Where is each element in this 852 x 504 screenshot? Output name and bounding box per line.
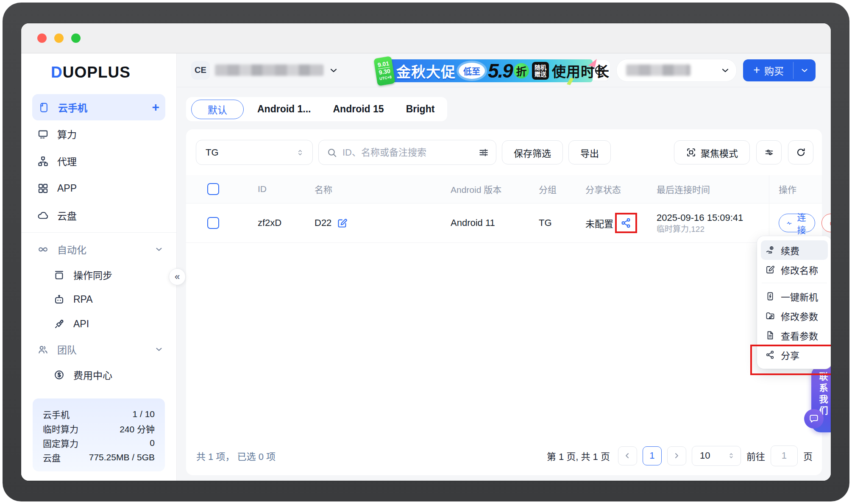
menu-item-label: 修改名称 — [781, 263, 818, 276]
sidebar-item-label: 费用中心 — [73, 368, 112, 382]
stat-row: 云手机1 / 10 — [43, 407, 155, 421]
goto-label: 前往 — [746, 449, 765, 462]
connect-icon — [786, 219, 792, 228]
stat-label: 固定算力 — [43, 437, 78, 449]
prev-page-button[interactable] — [618, 446, 637, 465]
sidebar-item-op-sync[interactable]: 操作同步 — [21, 262, 176, 287]
buy-split-button[interactable]: +购买 — [743, 59, 816, 81]
cell-id: zf2xD — [248, 217, 305, 228]
chevron-down-icon — [720, 65, 730, 75]
connect-button[interactable]: 连接 — [779, 214, 815, 232]
cell-last-connect: 2025-09-16 15:09:41 临时算力,122 — [648, 212, 769, 234]
column-actions: 操作 — [769, 175, 822, 203]
buy-button-main[interactable]: +购买 — [743, 59, 793, 81]
tab-android-15[interactable]: Android 15 — [322, 103, 395, 115]
focus-mode-button[interactable]: 聚焦模式 — [674, 140, 750, 164]
sidebar-item-compute[interactable]: 算力 — [21, 120, 176, 148]
tab-android-1x[interactable]: Android 1... — [246, 103, 322, 115]
sidebar-group-automation[interactable]: 自动化 — [21, 236, 176, 262]
sidebar-item-cloud-disk[interactable]: 云盘 — [21, 202, 176, 229]
shutdown-button[interactable]: 关机 — [821, 214, 831, 232]
plus-icon[interactable]: + — [152, 101, 159, 114]
new-machine-icon — [765, 291, 775, 301]
sidebar-item-billing[interactable]: 费用中心 — [21, 362, 176, 387]
sidebar-item-api[interactable]: API — [21, 312, 176, 336]
cell-android: Android 11 — [441, 217, 529, 228]
workspace-switcher[interactable]: CE — [191, 61, 339, 80]
sidebar-group-team[interactable]: 团队 — [21, 336, 176, 362]
sliders-icon — [764, 147, 774, 158]
brand-logo: DUOPLUS — [51, 64, 176, 81]
promo-discount: 5.9 — [488, 59, 512, 82]
cell-name: D22 — [315, 217, 331, 228]
export-label: 导出 — [580, 146, 599, 159]
close-window-button[interactable] — [37, 33, 47, 43]
rpa-icon — [53, 294, 65, 305]
group-filter-select[interactable]: TG — [196, 140, 313, 165]
account-menu[interactable] — [616, 59, 737, 82]
promo-date-start: 9.01 — [377, 60, 390, 68]
page-size-select[interactable]: 10 — [692, 446, 741, 466]
minimize-window-button[interactable] — [54, 33, 64, 43]
sidebar-collapse-button[interactable]: « — [169, 268, 186, 285]
save-filter-button[interactable]: 保存筛选 — [502, 140, 563, 164]
column-settings-button[interactable] — [756, 140, 782, 164]
menu-item-view-params[interactable]: 查看参数 — [761, 326, 828, 345]
view-params-icon — [765, 330, 775, 340]
sidebar-item-cloud-phone[interactable]: 云手机 + — [32, 94, 165, 120]
tab-bright[interactable]: Bright — [395, 103, 446, 115]
sidebar-item-app[interactable]: APP — [21, 175, 176, 202]
next-page-button[interactable] — [667, 446, 686, 465]
traffic-lights — [37, 33, 81, 43]
modify-params-icon — [765, 311, 775, 321]
menu-item-share[interactable]: 分享 — [761, 345, 828, 365]
logo-rest: UOPLUS — [63, 64, 131, 81]
chevron-down-icon — [800, 66, 809, 75]
search-input[interactable] — [342, 147, 474, 159]
goto-page-input[interactable] — [771, 446, 798, 466]
stat-row: 固定算力0 — [43, 436, 155, 450]
menu-divider — [762, 283, 827, 283]
row-actions-menu: 续费 修改名称 一键新机 修改参数 — [757, 236, 831, 369]
tab-default[interactable]: 默认 — [191, 100, 244, 119]
menu-item-new-machine[interactable]: 一键新机 — [761, 287, 828, 306]
table-row: zf2xD D22 Android 11 TG 未配置 2025-09 — [186, 203, 822, 243]
updown-icon — [295, 148, 305, 157]
compute-icon — [37, 128, 49, 140]
export-button[interactable]: 导出 — [568, 140, 611, 164]
column-id: ID — [248, 184, 305, 194]
promo-date-tag: 9.01 9.30 UTC+8 — [373, 56, 395, 86]
menu-item-modify-params[interactable]: 修改参数 — [761, 306, 828, 326]
menu-item-label: 一键新机 — [781, 290, 818, 303]
sidebar-item-proxy[interactable]: 代理 — [21, 148, 176, 175]
share-icon[interactable] — [620, 217, 632, 229]
chevron-down-icon — [154, 345, 164, 354]
contact-us-tab[interactable]: 联系我们 — [811, 366, 831, 432]
refresh-button[interactable] — [788, 140, 813, 164]
column-group: 分组 — [529, 183, 576, 195]
select-all-checkbox[interactable] — [207, 183, 219, 195]
promo-gift-bottom: 赠送 — [535, 71, 546, 78]
buy-label: 购买 — [764, 63, 784, 78]
buy-dropdown-toggle[interactable] — [794, 59, 816, 81]
row-checkbox[interactable] — [207, 217, 219, 229]
edit-icon[interactable] — [337, 217, 348, 229]
sidebar-item-rpa[interactable]: RPA — [21, 287, 176, 312]
chevron-down-icon — [154, 245, 164, 254]
stat-label: 云手机 — [43, 408, 70, 420]
contact-chat-bubble[interactable] — [804, 409, 824, 429]
page-number-button[interactable]: 1 — [643, 446, 662, 465]
workspace-badge: CE — [191, 61, 210, 80]
proxy-icon — [37, 156, 49, 167]
focus-icon — [686, 147, 696, 158]
menu-item-rename[interactable]: 修改名称 — [761, 260, 828, 279]
promo-banner[interactable]: 9.01 9.30 UTC+8 金秋大促 低至 5.9 折 随机赠送 使用时长 — [376, 57, 594, 84]
promo-gift-top: 随机 — [535, 64, 546, 71]
page-size-value: 10 — [700, 450, 710, 461]
redacted-workspace-name — [215, 64, 323, 76]
maximize-window-button[interactable] — [71, 33, 81, 43]
stat-label: 临时算力 — [43, 422, 78, 435]
sidebar-item-label: 团队 — [57, 342, 77, 356]
menu-item-renew[interactable]: 续费 — [761, 240, 828, 260]
advanced-filter-icon[interactable] — [478, 147, 489, 158]
